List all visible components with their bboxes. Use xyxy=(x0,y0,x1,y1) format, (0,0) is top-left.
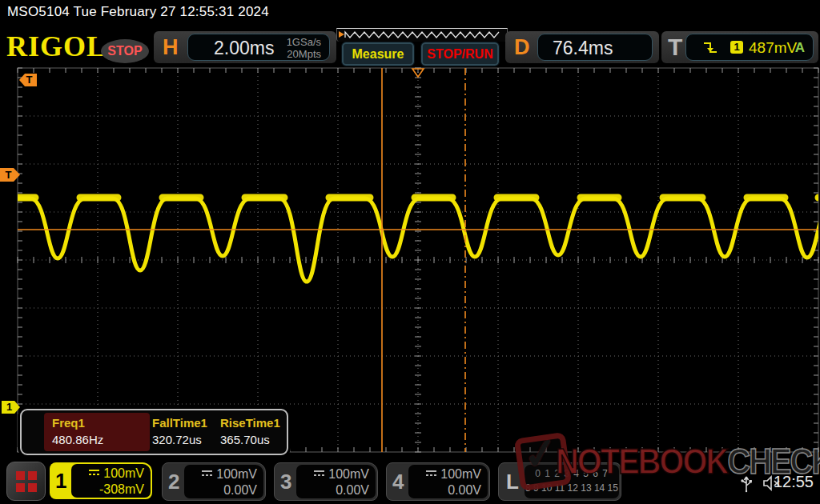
status-area: 12:55 xyxy=(737,472,817,496)
channel-panel: 100mV 0.00V xyxy=(296,465,376,498)
measurement-value: 320.72us xyxy=(152,431,207,449)
channel-number: 2 xyxy=(168,470,179,494)
channel-panel: 100mV 0.00V xyxy=(408,465,488,498)
dc-coupling-icon xyxy=(425,470,437,477)
channel-2-tile[interactable]: 2 100mV 0.00V xyxy=(162,462,266,501)
clock: 12:55 xyxy=(774,473,814,491)
measurement-risetime[interactable]: RiseTime1 365.70us xyxy=(220,415,280,449)
logic-analyzer-tile[interactable]: L 0 1 2 3 4 5 6 7 8 9 10 11 12 13 14 15 xyxy=(498,462,621,501)
dc-coupling-icon xyxy=(313,470,325,477)
channel-number: 3 xyxy=(280,470,291,494)
channel-4-tile[interactable]: 4 100mV 0.00V xyxy=(386,462,490,501)
channel-panel: 100mV -308mV xyxy=(71,464,151,498)
measurement-label: RiseTime1 xyxy=(220,415,280,431)
measurement-label: FallTime1 xyxy=(152,415,207,431)
measurement-freq[interactable]: Freq1 480.86Hz xyxy=(44,413,150,451)
measurement-label: Freq1 xyxy=(52,415,150,431)
channel-panel: 100mV 0.00V xyxy=(184,465,263,498)
logic-label: L xyxy=(506,470,519,494)
measurement-panel[interactable]: Freq1 480.86Hz FallTime1 320.72us RiseTi… xyxy=(20,409,288,455)
measurement-value: 480.86Hz xyxy=(52,431,150,449)
channel-3-tile[interactable]: 3 100mV 0.00V xyxy=(274,462,378,501)
measurement-falltime[interactable]: FallTime1 320.72us xyxy=(152,415,207,449)
dc-coupling-icon xyxy=(201,470,213,477)
usb-icon[interactable] xyxy=(740,474,753,493)
measurement-value: 365.70us xyxy=(220,431,280,449)
channel-1-tile[interactable]: 1 100mV -308mV xyxy=(50,462,152,499)
dc-coupling-icon xyxy=(88,469,100,476)
logic-panel: 0 1 2 3 4 5 6 7 8 9 10 11 12 13 14 15 xyxy=(525,465,619,498)
menu-grid-icon xyxy=(16,471,37,492)
channel-number: 4 xyxy=(392,470,404,494)
channel-number: 1 xyxy=(55,469,66,494)
menu-button[interactable] xyxy=(6,462,46,501)
